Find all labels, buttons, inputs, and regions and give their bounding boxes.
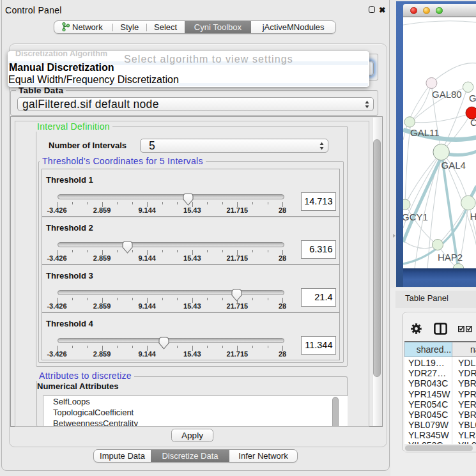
svg-text:GAL: GAL (469, 93, 476, 104)
svg-text:HAP2: HAP2 (438, 252, 463, 263)
svg-text:HIS: HIS (470, 211, 476, 222)
svg-text:GCY1: GCY1 (403, 211, 428, 222)
svg-text:GAL11: GAL11 (410, 127, 440, 138)
svg-text:GAL80: GAL80 (432, 89, 462, 100)
svg-text:GAL4: GAL4 (441, 160, 466, 171)
svg-text:CR: CR (470, 117, 476, 128)
